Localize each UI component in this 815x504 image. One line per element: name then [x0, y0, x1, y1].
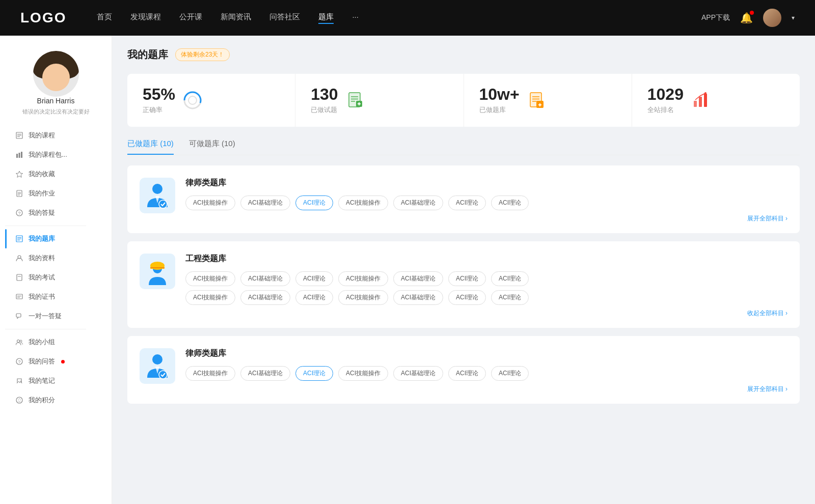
course-pack-icon — [15, 151, 23, 159]
sidebar-item-one-on-one[interactable]: 一对一答疑 — [5, 306, 106, 326]
tag-item-active[interactable]: ACI理论 — [295, 195, 333, 210]
expand-link-lawyer2[interactable]: 展开全部科目 › — [185, 385, 787, 394]
certificate-icon — [15, 293, 23, 301]
sidebar-label-my-questions: 我的问答 — [29, 357, 55, 366]
tag-item[interactable]: ACI基础理论 — [240, 195, 290, 210]
navbar-menu: 首页 发现课程 公开课 新闻资讯 问答社区 题库 ··· — [97, 12, 681, 24]
chart-red-icon — [691, 90, 711, 110]
sidebar-item-course-pack[interactable]: 我的课程包... — [5, 145, 106, 164]
sidebar-item-favorites[interactable]: 我的收藏 — [5, 164, 106, 184]
trial-badge: 体验剩余23天！ — [175, 48, 230, 61]
tab-done-banks[interactable]: 已做题库 (10) — [127, 139, 174, 155]
tag-item[interactable]: ACI理论 — [448, 271, 486, 286]
svg-rect-51 — [704, 94, 707, 107]
svg-point-25 — [17, 340, 20, 343]
sidebar-item-questions[interactable]: ? 我的答疑 — [5, 203, 106, 222]
svg-rect-24 — [16, 314, 21, 317]
tag-item[interactable]: ACI基础理论 — [240, 271, 290, 286]
stat-ranking: 1029 全站排名 — [632, 74, 800, 127]
tag-item[interactable]: ACI技能操作 — [185, 366, 235, 381]
tag-item[interactable]: ACI理论 — [448, 366, 486, 381]
tag-item[interactable]: ACI理论 — [491, 271, 529, 286]
user-motto: 错误的决定比没有决定要好 — [15, 108, 97, 116]
sidebar-label-favorites: 我的收藏 — [29, 170, 55, 179]
sidebar-label-course-pack: 我的课程包... — [29, 150, 67, 159]
page-title: 我的题库 — [127, 48, 168, 62]
tag-item[interactable]: ACI技能操作 — [338, 195, 388, 210]
tag-item[interactable]: ACI技能操作 — [185, 271, 235, 286]
collapse-link-engineering[interactable]: 收起全部科目 › — [185, 309, 787, 318]
svg-point-60 — [159, 371, 167, 379]
nav-open-course[interactable]: 公开课 — [179, 12, 202, 24]
bank-card-engineering: 工程类题库 ACI技能操作 ACI基础理论 ACI理论 ACI技能操作 ACI基… — [127, 241, 800, 328]
sidebar-item-question-bank[interactable]: 我的题库 — [5, 229, 106, 248]
tag-item[interactable]: ACI理论 — [448, 290, 486, 305]
tag-item[interactable]: ACI理论 — [448, 195, 486, 210]
sidebar-item-groups[interactable]: 我的小组 — [5, 332, 106, 352]
main-content: 我的题库 体验剩余23天！ 55% 正确率 — [112, 36, 815, 504]
tag-item[interactable]: ACI理论 — [491, 195, 529, 210]
stat-accuracy: 55% 正确率 — [127, 74, 295, 127]
nav-more[interactable]: ··· — [352, 12, 359, 24]
svg-rect-50 — [699, 97, 702, 107]
sidebar-item-profile[interactable]: 我的资料 — [5, 248, 106, 268]
sidebar-label-profile: 我的资料 — [29, 254, 55, 263]
notification-bell[interactable]: 🔔 — [740, 12, 753, 24]
tag-item[interactable]: ACI基础理论 — [393, 195, 443, 210]
tag-item[interactable]: ACI技能操作 — [185, 195, 235, 210]
tag-item[interactable]: ACI技能操作 — [185, 290, 235, 305]
sidebar-item-exam[interactable]: 我的考试 — [5, 268, 106, 287]
nav-news[interactable]: 新闻资讯 — [221, 12, 251, 24]
sidebar-item-homework[interactable]: 我的作业 — [5, 184, 106, 203]
chevron-down-icon[interactable]: ▾ — [792, 14, 795, 21]
app-download[interactable]: APP下载 — [701, 13, 730, 22]
svg-point-52 — [704, 92, 707, 94]
sidebar-label-exam: 我的考试 — [29, 273, 55, 282]
lawyer2-icon-wrap — [140, 348, 175, 384]
sidebar-item-points[interactable]: 我的积分 — [5, 390, 106, 410]
sidebar-item-courses[interactable]: 我的课程 — [5, 126, 106, 145]
nav-home[interactable]: 首页 — [97, 12, 112, 24]
lawyer2-bank-title: 律师类题库 — [185, 348, 787, 359]
nav-question-bank[interactable]: 题库 — [318, 12, 334, 24]
avatar[interactable] — [763, 9, 781, 27]
sidebar-item-certificate[interactable]: 我的证书 — [5, 287, 106, 306]
tag-item[interactable]: ACI理论 — [491, 366, 529, 381]
tag-item[interactable]: ACI技能操作 — [338, 271, 388, 286]
sidebar-label-notes: 我的笔记 — [29, 376, 55, 385]
user-avatar — [33, 51, 79, 97]
courses-icon — [15, 131, 23, 139]
tag-item[interactable]: ACI技能操作 — [338, 366, 388, 381]
tag-item[interactable]: ACI理论 — [295, 290, 333, 305]
tag-item-active[interactable]: ACI理论 — [295, 366, 333, 381]
stat-accuracy-content: 55% 正确率 — [143, 86, 175, 115]
user-name: Brian Harris — [37, 97, 75, 105]
tag-item[interactable]: ACI基础理论 — [393, 366, 443, 381]
tag-item[interactable]: ACI基础理论 — [393, 290, 443, 305]
sidebar-item-my-questions[interactable]: ? 我的问答 — [5, 352, 106, 371]
svg-text:?: ? — [18, 211, 20, 216]
tag-item[interactable]: ACI理论 — [491, 290, 529, 305]
stat-done-questions-content: 130 已做试题 — [311, 86, 338, 115]
stat-done-banks-content: 10w+ 已做题库 — [479, 86, 520, 115]
stat-done-banks-number: 10w+ — [479, 86, 520, 102]
tag-item[interactable]: ACI基础理论 — [240, 366, 290, 381]
svg-point-29 — [16, 397, 22, 403]
accuracy-icon — [182, 90, 203, 110]
svg-point-54 — [159, 200, 167, 208]
sidebar-item-notes[interactable]: 我的笔记 — [5, 371, 106, 390]
lawyer-tags-row: ACI技能操作 ACI基础理论 ACI理论 ACI技能操作 ACI基础理论 AC… — [185, 195, 787, 210]
tag-item[interactable]: ACI技能操作 — [338, 290, 388, 305]
svg-point-32 — [188, 96, 197, 104]
tag-item[interactable]: ACI基础理论 — [393, 271, 443, 286]
tab-available-banks[interactable]: 可做题库 (10) — [189, 139, 235, 155]
nav-qa[interactable]: 问答社区 — [269, 12, 300, 24]
expand-link-lawyer[interactable]: 展开全部科目 › — [185, 214, 787, 223]
engineering-bank-body: 工程类题库 ACI技能操作 ACI基础理论 ACI理论 ACI技能操作 ACI基… — [185, 254, 787, 318]
engineering-tags-row-2: ACI技能操作 ACI基础理论 ACI理论 ACI技能操作 ACI基础理论 AC… — [185, 290, 787, 305]
tag-item[interactable]: ACI理论 — [295, 271, 333, 286]
sidebar-label-courses: 我的课程 — [29, 131, 55, 140]
svg-rect-19 — [17, 274, 22, 281]
tag-item[interactable]: ACI基础理论 — [240, 290, 290, 305]
nav-discover[interactable]: 发现课程 — [130, 12, 161, 24]
